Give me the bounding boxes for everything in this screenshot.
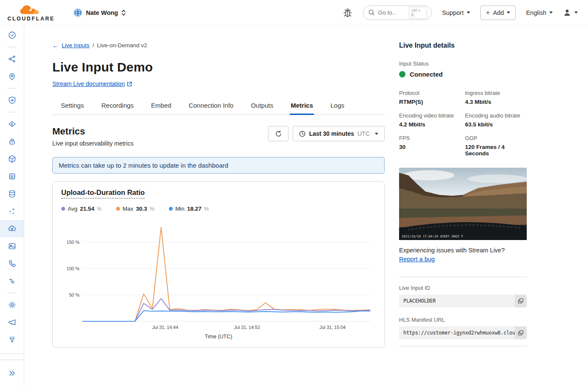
tab-connection-info[interactable]: Connection Info (188, 99, 234, 114)
sidebar-item-notifications[interactable] (0, 314, 24, 331)
cloudflare-wordmark: CLOUDFLARE (7, 16, 54, 22)
preview-scene: 2021/10/20 17:04:29 AIKEY DROZ F (399, 168, 527, 240)
sidebar-item-storage[interactable] (0, 168, 24, 185)
tab-embed[interactable]: Embed (150, 99, 172, 114)
copy-icon (518, 298, 524, 304)
sidebar-item-stream[interactable] (0, 220, 24, 237)
status-value: Connected (410, 71, 443, 78)
report-bug-link[interactable]: Report a bug (399, 256, 435, 263)
detail-protocol: Protocol RTMP(S) (399, 90, 461, 105)
chevron-down-icon (549, 11, 553, 14)
sidebar-item-calls[interactable] (0, 255, 24, 272)
input-status-label: Input Status (399, 60, 527, 67)
detail-video-bitrate: Encoding video bitrate 4.2 Mbit/s (399, 112, 461, 128)
sidebar-item-images[interactable] (0, 237, 24, 255)
upload-duration-ratio-card: Upload-to-Duration Ratio Avg 21.54 % Max… (52, 181, 385, 348)
sidebar-item-time-travel[interactable] (0, 26, 24, 44)
svg-text:Jul 31, 15:04: Jul 31, 15:04 (320, 325, 345, 330)
sparkles-icon (8, 207, 17, 216)
live-input-id-field: PLACEHOLDER (399, 295, 527, 307)
tab-outputs[interactable]: Outputs (250, 99, 274, 114)
hls-manifest-url-field: https://customer-igynxd2rwhmuoxw8.cloudf (399, 326, 527, 339)
breadcrumb-live-inputs-link[interactable]: Live Inputs (62, 42, 89, 49)
sidebar-item-filter[interactable] (0, 331, 24, 349)
tab-logs[interactable]: Logs (330, 99, 345, 114)
left-sidebar (0, 26, 24, 386)
sidebar-item-speed[interactable] (0, 115, 24, 133)
metrics-info-banner: Metrics can take up to 2 minutes to upda… (52, 157, 385, 174)
clock-icon (299, 131, 305, 137)
details-grid: Protocol RTMP(S) Ingress bitrate 4.3 Mbi… (399, 90, 527, 157)
expand-icon (8, 369, 16, 377)
lock-icon (8, 137, 17, 146)
global-search[interactable]: ctrl + K (363, 6, 432, 20)
account-name: Nate Wong (86, 9, 118, 16)
metrics-subtitle: Live input observability metrics (52, 140, 134, 147)
search-shortcut-badge: ctrl + K (409, 7, 427, 19)
search-input[interactable] (378, 9, 405, 16)
map-pin-icon (8, 72, 17, 81)
tab-settings[interactable]: Settings (60, 99, 85, 114)
detail-gop: GOP 120 Frames / 4 Seconds (465, 135, 527, 157)
svg-text:100 %: 100 % (66, 266, 80, 271)
time-zone-value: UTC (357, 130, 370, 137)
legend-avg: Avg 21.54 % (61, 206, 102, 212)
sidebar-item-pipelines[interactable] (0, 272, 24, 290)
sidebar-item-security[interactable] (0, 91, 24, 109)
live-input-id-value: PLACEHOLDER (399, 295, 515, 307)
database-icon (8, 189, 17, 198)
cloudflare-logo[interactable]: CLOUDFLARE (6, 4, 56, 22)
upload-duration-chart: 50 %100 %150 %Jul 31, 14:44Jul 31, 14:52… (61, 216, 376, 333)
sidebar-item-database[interactable] (0, 185, 24, 203)
divider (0, 353, 24, 354)
sidebar-item-manage[interactable] (0, 296, 24, 314)
shield-arrow-icon (8, 96, 17, 105)
language-menu[interactable]: English (526, 9, 553, 16)
cloudflare-cloud-icon (17, 4, 45, 17)
sidebar-item-ai[interactable] (0, 203, 24, 220)
svg-text:Jul 31, 14:52: Jul 31, 14:52 (234, 325, 260, 330)
svg-text:50 %: 50 % (69, 292, 80, 297)
refresh-button[interactable] (268, 126, 288, 141)
copy-icon (518, 330, 524, 336)
tab-metrics[interactable]: Metrics (290, 99, 314, 114)
status-dot-icon (399, 71, 405, 77)
breadcrumb-current: Live-on-Demand v2 (97, 42, 147, 49)
back-arrow-icon: ← (52, 42, 59, 49)
stream-docs-link[interactable]: Stream Live documentation (52, 80, 132, 87)
detail-fps: FPS 30 (399, 135, 461, 157)
chart-x-axis-label: Time (UTC) (61, 334, 376, 341)
support-menu[interactable]: Support (442, 9, 470, 16)
divider (7, 112, 17, 112)
hls-manifest-url-label: HLS Manifest URL (399, 317, 527, 323)
add-button[interactable]: + Add (480, 6, 516, 20)
cube-icon (8, 154, 17, 163)
divider (399, 277, 527, 277)
legend-max: Max 30.3 % (116, 206, 154, 212)
user-menu[interactable] (563, 9, 578, 17)
avg-dot-icon (61, 207, 65, 211)
tab-recordings[interactable]: Recordings (100, 99, 134, 114)
bug-report-icon[interactable] (343, 7, 353, 18)
search-icon (368, 9, 375, 16)
page-title: Live Input Demo (52, 60, 385, 74)
time-range-dropdown[interactable]: Last 30 minutes UTC (293, 126, 385, 141)
account-chevrons-icon (121, 9, 126, 16)
language-label: English (526, 9, 546, 16)
clock-check-icon (8, 31, 17, 40)
thumbnail-timestamp: 2021/10/20 17:04:29 AIKEY DROZ F (402, 234, 463, 238)
chevron-down-icon (574, 11, 578, 14)
live-input-details-panel: Live Input details Input Status Connecte… (399, 42, 527, 386)
sidebar-expand-button[interactable] (0, 360, 24, 386)
account-switcher[interactable]: Nate Wong (73, 8, 126, 17)
globe-icon (73, 8, 83, 17)
sidebar-item-network[interactable] (0, 50, 24, 68)
sidebar-item-ssl[interactable] (0, 133, 24, 150)
network-icon (8, 54, 17, 63)
sidebar-item-locations[interactable] (0, 68, 24, 85)
copy-hls-url-button[interactable] (515, 326, 527, 339)
funnel-icon (8, 335, 17, 344)
chart-legend: Avg 21.54 % Max 30.3 % Min 18.27 % (61, 206, 376, 212)
sidebar-item-workers[interactable] (0, 150, 24, 168)
copy-input-id-button[interactable] (515, 295, 527, 307)
